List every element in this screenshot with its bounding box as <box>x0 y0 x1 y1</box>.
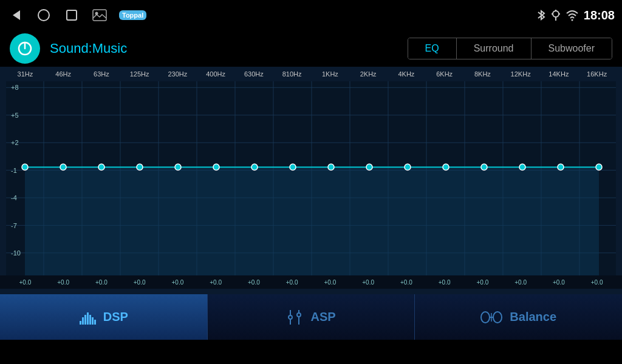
clock: 18:08 <box>584 8 615 22</box>
eq-handle-13 <box>481 164 487 170</box>
wifi-icon <box>566 9 579 21</box>
svg-rect-50 <box>94 320 96 325</box>
eq-handle-14 <box>519 164 525 170</box>
val-2: +0.0 <box>44 279 83 286</box>
val-10: +0.0 <box>349 279 388 286</box>
asp-label: ASP <box>310 310 335 324</box>
val-9: +0.0 <box>311 279 349 286</box>
svg-rect-45 <box>82 317 84 325</box>
svg-point-1 <box>38 10 49 21</box>
eq-handle-8 <box>290 164 296 170</box>
tab-eq[interactable]: EQ <box>408 38 457 59</box>
val-labels: +0.0 +0.0 +0.0 +0.0 +0.0 +0.0 +0.0 +0.0 … <box>0 275 622 289</box>
nav-icons: Toppal <box>7 7 146 24</box>
recent-icon[interactable] <box>63 7 80 24</box>
freq-4khz: 4KHz <box>388 70 426 78</box>
eq-handle-11 <box>405 164 411 170</box>
tab-subwoofer[interactable]: Subwoofer <box>531 38 612 59</box>
sound-label: Sound:Music <box>50 41 398 56</box>
balance-button[interactable]: Balance <box>415 294 622 340</box>
svg-point-54 <box>297 313 301 317</box>
freq-1khz: 1KHz <box>311 70 349 78</box>
freq-8khz: 8KHz <box>463 70 502 78</box>
svg-text:-1: -1 <box>11 167 17 174</box>
freq-2khz: 2KHz <box>349 70 388 78</box>
val-7: +0.0 <box>235 279 273 286</box>
tab-group: EQ Surround Subwoofer <box>408 38 612 59</box>
val-5: +0.0 <box>159 279 197 286</box>
val-15: +0.0 <box>540 279 578 286</box>
eq-handle-10 <box>366 164 372 170</box>
val-8: +0.0 <box>273 279 311 286</box>
eq-handle-16 <box>596 164 602 170</box>
svg-rect-2 <box>67 10 77 20</box>
dsp-label: DSP <box>103 310 128 324</box>
freq-46hz: 46Hz <box>44 70 83 78</box>
freq-63hz: 63Hz <box>83 70 121 78</box>
svg-rect-49 <box>92 317 94 325</box>
home-icon[interactable] <box>35 7 52 24</box>
freq-630hz: 630Hz <box>235 70 273 78</box>
freq-400hz: 400Hz <box>197 70 235 78</box>
power-button[interactable] <box>10 33 40 64</box>
val-3: +0.0 <box>83 279 121 286</box>
balance-label: Balance <box>510 310 556 324</box>
eq-handle-1 <box>22 164 28 170</box>
status-right: 18:08 <box>536 8 615 22</box>
val-11: +0.0 <box>388 279 426 286</box>
freq-14khz: 14KHz <box>540 70 578 78</box>
svg-point-10 <box>571 19 573 21</box>
svg-point-51 <box>289 315 292 319</box>
val-4: +0.0 <box>120 279 159 286</box>
val-12: +0.0 <box>425 279 463 286</box>
gallery-icon[interactable] <box>91 7 108 24</box>
svg-point-5 <box>553 11 559 17</box>
toppal-icon[interactable]: Toppal <box>119 7 146 24</box>
tab-surround[interactable]: Surround <box>457 38 531 59</box>
freq-12khz: 12KHz <box>502 70 540 78</box>
svg-text:-4: -4 <box>11 194 17 201</box>
val-16: +0.0 <box>578 279 616 286</box>
freq-6khz: 6KHz <box>425 70 463 78</box>
svg-text:-10: -10 <box>11 249 21 257</box>
freq-810hz: 810Hz <box>273 70 311 78</box>
toppal-label: Toppal <box>119 10 146 20</box>
val-1: +0.0 <box>6 279 44 286</box>
asp-icon <box>286 310 303 325</box>
asp-button[interactable]: ASP <box>208 294 415 340</box>
svg-point-60 <box>493 312 502 323</box>
freq-16khz: 16KHz <box>578 70 616 78</box>
svg-text:+5: +5 <box>11 112 19 119</box>
eq-grid[interactable]: +8 +5 +2 -1 -4 -7 -10 <box>0 81 622 275</box>
eq-handle-15 <box>558 164 564 170</box>
eq-handle-4 <box>137 164 143 170</box>
dsp-button[interactable]: DSP <box>0 294 207 340</box>
svg-rect-46 <box>84 315 86 325</box>
freq-labels: 31Hz 46Hz 63Hz 125Hz 230Hz 400Hz 630Hz 8… <box>0 67 622 81</box>
eq-handle-3 <box>98 164 104 170</box>
back-icon[interactable] <box>7 7 24 24</box>
val-13: +0.0 <box>463 279 502 286</box>
svg-rect-47 <box>87 312 89 325</box>
val-14: +0.0 <box>502 279 540 286</box>
svg-point-57 <box>481 312 490 323</box>
status-bar: Toppal 18:08 <box>0 0 622 30</box>
balance-icon <box>480 310 502 325</box>
eq-handle-6 <box>213 164 219 170</box>
svg-text:+8: +8 <box>11 84 19 91</box>
eq-handle-5 <box>175 164 181 170</box>
svg-marker-43 <box>25 167 599 275</box>
svg-rect-3 <box>93 10 106 21</box>
eq-handle-9 <box>328 164 334 170</box>
svg-marker-0 <box>13 10 20 20</box>
eq-handle-7 <box>251 164 258 170</box>
svg-text:+2: +2 <box>11 139 19 146</box>
eq-handle-12 <box>443 164 449 170</box>
freq-31hz: 31Hz <box>6 70 44 78</box>
dsp-icon <box>79 310 96 325</box>
bottom-nav: DSP ASP Balance <box>0 294 622 340</box>
freq-230hz: 230Hz <box>159 70 197 78</box>
bluetooth-icon <box>536 9 546 21</box>
svg-rect-48 <box>89 315 91 325</box>
eq-section: 31Hz 46Hz 63Hz 125Hz 230Hz 400Hz 630Hz 8… <box>0 67 622 294</box>
